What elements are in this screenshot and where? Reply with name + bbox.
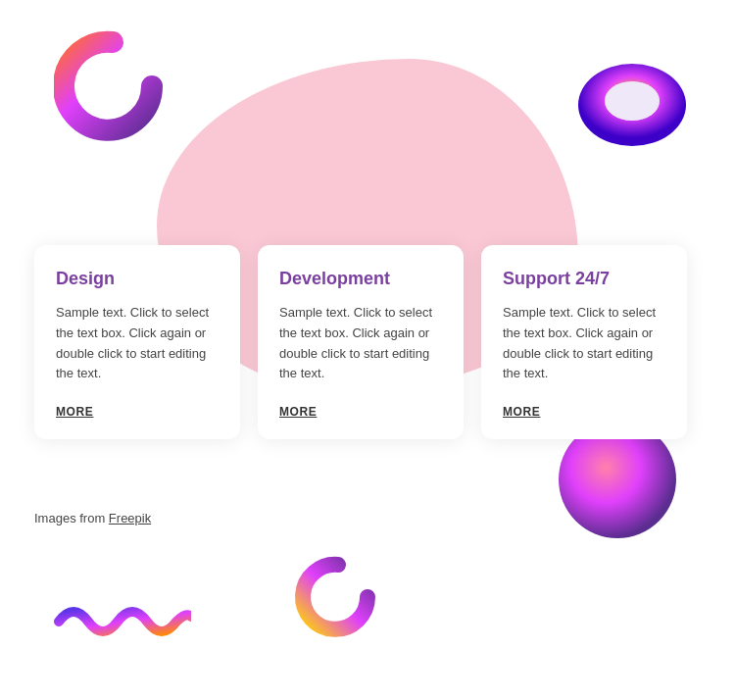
card-support-title: Support 24/7: [503, 269, 665, 289]
footer-attribution: Images from Freepik: [34, 511, 151, 525]
card-support: Support 24/7 Sample text. Click to selec…: [481, 245, 687, 439]
shape-donut-top-right-icon: [568, 54, 696, 162]
svg-point-2: [605, 81, 660, 121]
card-development-more-link[interactable]: MORE: [279, 405, 317, 419]
card-development-text: Sample text. Click to select the text bo…: [279, 303, 442, 384]
card-design-more-link[interactable]: MORE: [56, 405, 93, 419]
footer-prefix: Images from: [34, 511, 109, 525]
shape-c-top-left-icon: [54, 27, 172, 145]
shape-c-bottom-icon: [294, 553, 382, 641]
card-support-more-link[interactable]: MORE: [503, 405, 540, 419]
cards-container: Design Sample text. Click to select the …: [34, 245, 687, 439]
card-design: Design Sample text. Click to select the …: [34, 245, 240, 439]
card-development-title: Development: [279, 269, 442, 289]
card-design-title: Design: [56, 269, 219, 289]
card-development: Development Sample text. Click to select…: [258, 245, 464, 439]
freepik-link[interactable]: Freepik: [109, 511, 151, 525]
card-design-text: Sample text. Click to select the text bo…: [56, 303, 219, 384]
shape-wave-bottom-left-icon: [54, 597, 191, 646]
card-support-text: Sample text. Click to select the text bo…: [503, 303, 665, 384]
